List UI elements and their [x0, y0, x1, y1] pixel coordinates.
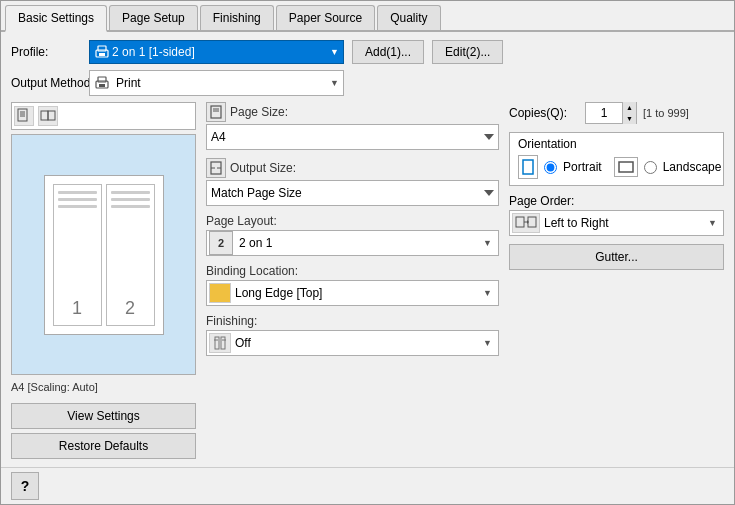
output-method-value: Print	[116, 76, 326, 90]
page-order-select[interactable]: Left to Right ▼	[509, 210, 724, 236]
page-size-icon	[206, 102, 226, 122]
paper-line	[111, 191, 150, 194]
svg-rect-25	[528, 217, 536, 227]
page-layout-icon: 2	[209, 231, 233, 255]
output-method-row: Output Method: Print ▼	[11, 70, 724, 96]
paper-half-right: 2	[106, 184, 155, 326]
gutter-button[interactable]: Gutter...	[509, 244, 724, 270]
page-size-group: Page Size: A4	[206, 102, 499, 150]
svg-rect-10	[41, 111, 48, 120]
finishing-select[interactable]: Off ▼	[206, 330, 499, 356]
add-button[interactable]: Add(1)...	[352, 40, 424, 64]
preview-panel: 1 2 A4 [Scaling: Auto] View Settings Res…	[11, 102, 196, 459]
page-order-value: Left to Right	[544, 216, 704, 230]
landscape-icon	[614, 157, 638, 177]
copies-spinbox[interactable]: ▲ ▼	[585, 102, 637, 124]
spin-buttons: ▲ ▼	[622, 102, 636, 124]
svg-rect-12	[211, 106, 221, 118]
output-size-select[interactable]: Match Page Size	[206, 180, 499, 206]
finishing-group: Finishing: Off ▼	[206, 314, 499, 356]
tab-quality[interactable]: Quality	[377, 5, 440, 30]
spin-down-button[interactable]: ▼	[622, 113, 636, 124]
profile-dropdown-arrow: ▼	[330, 47, 339, 57]
portrait-radio[interactable]	[544, 161, 557, 174]
paper-line	[58, 205, 97, 208]
tab-basic-settings[interactable]: Basic Settings	[5, 5, 107, 32]
preview-buttons: View Settings Restore Defaults	[11, 403, 196, 459]
orientation-options: Portrait Landscape	[518, 155, 715, 179]
output-size-label: Output Size:	[230, 161, 296, 175]
profile-select[interactable]: 2 on 1 [1-sided] ▼	[89, 40, 344, 64]
paper-line	[58, 191, 97, 194]
tab-finishing[interactable]: Finishing	[200, 5, 274, 30]
profile-row: Profile: 2 on 1 [1-sided] ▼ Add(1)... Ed…	[11, 40, 724, 64]
binding-icon	[209, 283, 231, 303]
output-method-label: Output Method:	[11, 76, 81, 90]
main-content: Profile: 2 on 1 [1-sided] ▼ Add(1)... Ed…	[1, 32, 734, 467]
output-method-select[interactable]: Print ▼	[89, 70, 344, 96]
print-dialog: Basic Settings Page Setup Finishing Pape…	[0, 0, 735, 505]
binding-location-label: Binding Location:	[206, 264, 499, 278]
profile-select-icon	[94, 44, 112, 60]
svg-rect-24	[516, 217, 524, 227]
copies-range: [1 to 999]	[643, 107, 689, 119]
svg-rect-2	[99, 53, 105, 56]
svg-rect-11	[48, 111, 55, 120]
landscape-label: Landscape	[663, 160, 722, 174]
page-order-group: Page Order: Left to Right	[509, 194, 724, 236]
finishing-value: Off	[235, 336, 479, 350]
binding-location-select[interactable]: Long Edge [Top] ▼	[206, 280, 499, 306]
svg-rect-19	[221, 337, 225, 349]
landscape-radio[interactable]	[644, 161, 657, 174]
binding-location-arrow: ▼	[483, 288, 496, 298]
portrait-label: Portrait	[563, 160, 602, 174]
tab-paper-source[interactable]: Paper Source	[276, 5, 375, 30]
left-settings: Page Size: A4	[206, 102, 499, 459]
svg-rect-6	[18, 109, 27, 121]
binding-location-value: Long Edge [Top]	[235, 286, 479, 300]
profile-value: 2 on 1 [1-sided]	[112, 45, 330, 59]
profile-label: Profile:	[11, 45, 81, 59]
preview-toolbar	[11, 102, 196, 130]
paper-line	[58, 198, 97, 201]
portrait-icon	[518, 155, 538, 179]
page-size-select[interactable]: A4	[206, 124, 499, 150]
finishing-label: Finishing:	[206, 314, 499, 328]
page-order-icon	[512, 213, 540, 233]
copies-input[interactable]	[586, 103, 622, 123]
page-size-label: Page Size:	[230, 105, 288, 119]
preview-page-icon[interactable]	[14, 106, 34, 126]
output-size-group: Output Size: Match Page Size	[206, 158, 499, 206]
finishing-arrow: ▼	[483, 338, 496, 348]
page-order-label: Page Order:	[509, 194, 724, 208]
paper-line	[111, 205, 150, 208]
preview-box: 1 2	[11, 134, 196, 375]
finishing-icon	[209, 333, 231, 353]
paper-half-left: 1	[53, 184, 102, 326]
portrait-option[interactable]: Portrait	[518, 155, 602, 179]
paper-preview: 1 2	[44, 175, 164, 335]
page-number-2: 2	[125, 298, 135, 319]
restore-defaults-button[interactable]: Restore Defaults	[11, 433, 196, 459]
binding-location-group: Binding Location: Long Edge [Top] ▼	[206, 264, 499, 306]
page-layout-label: Page Layout:	[206, 214, 499, 228]
main-panel: 1 2 A4 [Scaling: Auto] View Settings Res…	[11, 102, 724, 459]
edit-button[interactable]: Edit(2)...	[432, 40, 503, 64]
preview-multipage-icon[interactable]	[38, 106, 58, 126]
svg-rect-23	[619, 162, 633, 172]
help-button[interactable]: ?	[11, 472, 39, 500]
landscape-option[interactable]: Landscape	[614, 157, 722, 177]
spin-up-button[interactable]: ▲	[622, 102, 636, 113]
view-settings-button[interactable]: View Settings	[11, 403, 196, 429]
paper-line	[111, 198, 150, 201]
tab-bar: Basic Settings Page Setup Finishing Pape…	[1, 1, 734, 32]
output-printer-icon	[94, 75, 112, 91]
svg-rect-18	[215, 337, 219, 349]
copies-label: Copies(Q):	[509, 106, 579, 120]
preview-label: A4 [Scaling: Auto]	[11, 379, 196, 395]
tab-page-setup[interactable]: Page Setup	[109, 5, 198, 30]
bottom-bar: ?	[1, 467, 734, 504]
right-panel: Copies(Q): ▲ ▼ [1 to 999] Orientation	[509, 102, 724, 459]
orientation-title: Orientation	[518, 137, 715, 151]
svg-rect-22	[523, 160, 533, 174]
